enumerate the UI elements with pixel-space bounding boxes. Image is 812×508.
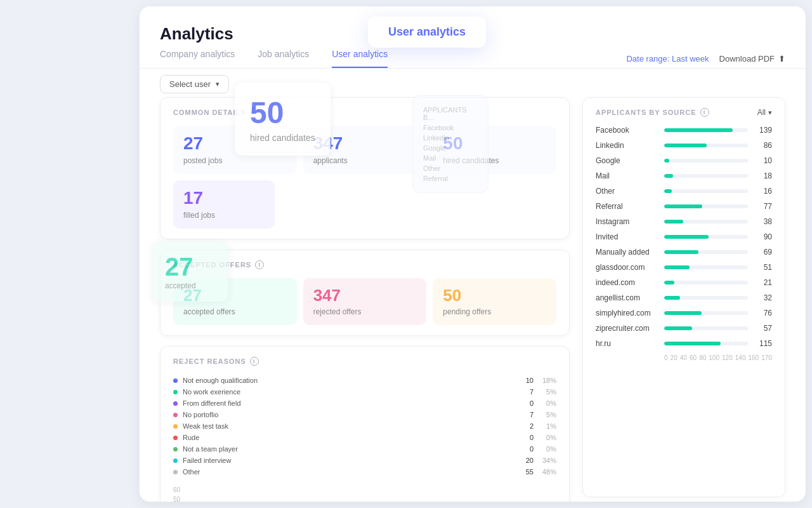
pending-number: 50 [443,287,546,304]
reject-count: 0 [521,399,534,407]
source-count: 77 [753,202,772,211]
source-card-title: APPLICANTS BY SOURCE i [596,108,709,117]
reject-row: No work exerience 7 5% [173,386,556,398]
reject-pct: 18% [539,377,556,384]
source-count: 32 [753,293,772,302]
reject-count: 10 [521,377,534,384]
select-user-button[interactable]: Select user ▾ [160,75,229,93]
source-card-header: APPLICANTS BY SOURCE i All ▾ [596,108,772,117]
source-bar-container [664,159,748,163]
source-bar [664,220,683,224]
source-bar [664,296,680,300]
reject-reasons-info-icon[interactable]: i [250,357,259,366]
reject-pct: 0% [539,445,556,453]
source-bar-container [664,220,748,224]
source-count: 18 [753,171,772,180]
source-bar-container [664,204,748,208]
bg-accepted-number: 27 [165,253,216,281]
main-wrapper: User analytics 50 hired candidates 27 ac… [0,0,812,508]
pending-label: pending offers [443,307,546,316]
source-row: angellist.com 32 [596,293,772,302]
reject-row: From different field 0 0% [173,398,556,409]
source-info-icon[interactable]: i [700,108,709,117]
source-row: Instagram 38 [596,217,772,226]
source-list: Facebook 139 Linkedin 86 Google 10 Mail … [596,126,772,348]
filled-jobs-number: 17 [183,189,265,207]
accepted-offers-info-icon[interactable]: i [255,260,264,269]
source-count: 16 [753,187,772,196]
accepted-offers-title: ACCEPTED OFFERS i [173,260,556,269]
source-bar-container [664,250,748,254]
source-row: simplyhired.com 76 [596,309,772,318]
rejected-label: rejected offers [313,307,417,316]
stats-grid: 27 posted jobs 347 applicants 50 hired c… [173,126,556,229]
source-name: simplyhired.com [596,309,659,318]
reject-name: Not enough qualification [183,377,516,384]
source-name: glassdoor.com [596,263,659,272]
source-bar [664,204,702,208]
analytics-card: Analytics Company analytics Job analytic… [140,6,806,502]
posted-jobs-label: posted jobs [183,156,287,165]
source-name: Other [596,187,659,196]
source-row: Mail 18 [596,171,772,180]
source-name: Mail [596,171,659,180]
tab-company-analytics[interactable]: Company analytics [160,49,235,68]
source-count: 76 [753,309,772,318]
common-details-title: COMMON DETAILS i [173,108,556,117]
pending-offer-box: 50 pending offers [433,278,556,325]
reject-bar-chart [183,485,556,502]
reject-pct: 48% [539,468,556,476]
source-count: 51 [753,263,772,272]
reject-dot [173,447,178,451]
source-bar-container [664,128,748,132]
source-name: Referral [596,202,659,211]
reject-pct: 5% [539,411,556,418]
common-details-card: COMMON DETAILS i 27 posted jobs 347 appl… [160,97,570,239]
reject-dot [173,390,178,394]
filled-jobs-label: filled jobs [183,211,265,220]
source-bar [664,128,733,132]
date-range-value[interactable]: Last week [672,54,709,64]
source-name: Facebook [596,126,659,135]
reject-count: 7 [521,411,534,418]
source-bar-container [664,189,748,193]
source-bar [664,250,698,254]
bg-hired-label: hired candidates [250,133,315,143]
source-filter-all[interactable]: All ▾ [757,108,772,117]
reject-row: Not a team player 0 0% [173,443,556,455]
source-count: 86 [753,141,772,150]
source-bar-container [664,281,748,284]
source-bar [664,265,690,269]
accepted-label: accepted offers [183,307,287,316]
bg-accepted-card: 27 accepted [152,241,228,302]
source-name: Google [596,156,659,165]
rejected-number: 347 [313,287,417,304]
chevron-down-icon: ▾ [216,80,219,88]
stat-box-filled: 17 filled jobs [173,180,275,229]
reject-row: Rude 0 0% [173,432,556,443]
source-count: 10 [753,156,772,165]
download-pdf-button[interactable]: Download PDF ⬆ [719,54,785,64]
bg-accepted-label: accepted [165,281,216,290]
tab-job-analytics[interactable]: Job analytics [258,49,309,68]
reject-row: Not enough qualification 10 18% [173,375,556,386]
source-bar-container [664,265,748,269]
reject-name: Rude [183,434,516,441]
source-name: Invited [596,232,659,241]
tab-user-analytics[interactable]: User analytics [332,49,388,68]
rejected-offer-box: 347 rejected offers [303,278,427,325]
source-bar [664,326,692,330]
reject-count: 0 [521,445,534,453]
reject-count: 7 [521,388,534,396]
source-row: Referral 77 [596,202,772,211]
reject-pct: 0% [539,399,556,407]
source-name: Instagram [596,217,659,226]
source-bar [664,342,721,345]
reject-reasons-title: REJECT REASONS i [173,357,556,366]
bg-hired-number: 50 [250,95,315,130]
source-bar [664,189,672,193]
source-row: Invited 90 [596,232,772,241]
source-row: Facebook 139 [596,126,772,135]
tabs-row: Company analytics Job analytics User ana… [140,49,806,69]
source-row: Google 10 [596,156,772,165]
